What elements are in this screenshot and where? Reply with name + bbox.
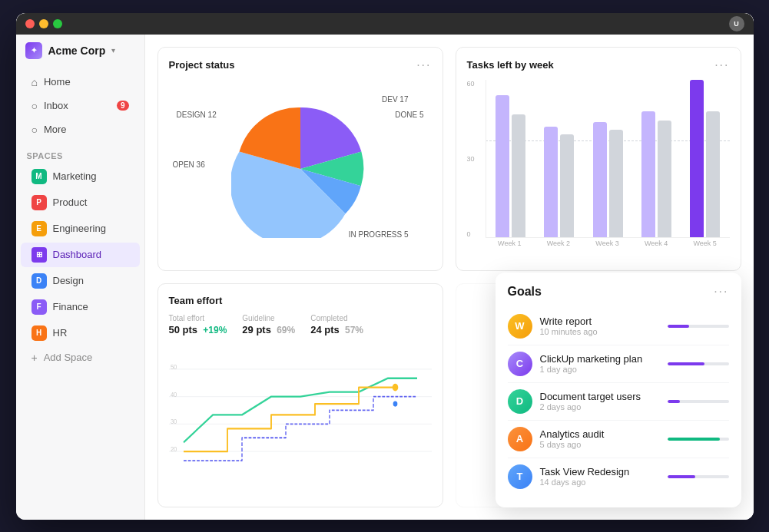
goal-progress-fill-1 [668, 362, 704, 365]
sidebar-item-hr[interactable]: H HR [21, 321, 140, 345]
goal-info-0: Write report 10 minutes ago [540, 316, 660, 336]
sidebar-item-more[interactable]: ○ More [21, 118, 140, 141]
bar-week4-gray [658, 121, 671, 237]
space-icon-engineering: E [31, 221, 47, 236]
maximize-button[interactable] [53, 19, 62, 28]
sidebar-item-marketing[interactable]: M Marketing [21, 164, 140, 189]
svg-text:30: 30 [170, 417, 177, 425]
sidebar-item-home-label: Home [44, 76, 71, 88]
goal-avatar-face-4: T [508, 464, 532, 489]
pie-label-open: OPEN 36 [173, 160, 205, 169]
stat-completed: Completed 24 pts 57% [310, 314, 363, 335]
sidebar-item-dashboard-label: Dashboard [53, 249, 102, 260]
sidebar-item-design[interactable]: D Design [21, 269, 140, 293]
goal-time-3: 5 days ago [540, 440, 660, 449]
bar-chart-container: 60 30 0 [467, 80, 730, 255]
add-space-label: Add Space [44, 352, 93, 363]
x-label-week4: Week 4 [631, 240, 681, 255]
close-button[interactable] [25, 19, 35, 28]
sidebar-item-dashboard[interactable]: ⊞ Dashboard [21, 243, 140, 267]
bar-week3-purple [593, 122, 607, 237]
goal-progress-0 [668, 325, 729, 328]
line-chart-svg: 50 40 30 20 [169, 342, 432, 470]
company-header[interactable]: ✦ Acme Corp ▾ [16, 35, 144, 67]
x-label-week3: Week 3 [583, 240, 632, 255]
y-axis-labels: 60 30 0 [467, 80, 475, 238]
bar-group-week5 [681, 80, 729, 237]
goal-avatar-2: D [508, 389, 532, 414]
space-icon-dashboard: ⊞ [31, 247, 47, 263]
stat-guideline: Guideline 29 pts 69% [242, 314, 295, 335]
goal-avatar-face-1: C [508, 352, 532, 376]
line-chart-container: 50 40 30 20 [169, 342, 432, 470]
goal-time-1: 1 day ago [540, 365, 660, 374]
goal-info-2: Document target users 2 days ago [540, 391, 660, 411]
goal-item-3: A Analytics audit 5 days ago [508, 421, 729, 458]
sidebar-item-finance-label: Finance [53, 301, 88, 312]
inbox-badge: 9 [117, 101, 129, 111]
sidebar-item-inbox[interactable]: ○ Inbox 9 [21, 94, 140, 117]
plus-icon: + [31, 352, 38, 364]
sidebar-nav: ⌂ Home ○ Inbox 9 ○ More [16, 67, 144, 145]
pie-label-done: DONE 5 [395, 111, 423, 119]
goals-header: Goals ··· [508, 285, 729, 299]
space-icon-design: D [31, 273, 47, 289]
tasks-left-header: Tasks left by week ··· [467, 58, 730, 72]
bar-week3-gray [609, 130, 623, 236]
svg-point-8 [392, 383, 398, 391]
stat-total-value: 50 pts +19% [169, 324, 227, 335]
tasks-left-more-button[interactable]: ··· [714, 58, 729, 72]
goal-progress-fill-0 [668, 325, 689, 328]
x-axis-labels: Week 1 Week 2 Week 3 Week 4 Week 5 [486, 240, 730, 255]
tasks-left-title: Tasks left by week [467, 59, 554, 71]
add-space-button[interactable]: + Add Space [21, 347, 140, 368]
goal-progress-fill-2 [668, 400, 680, 403]
bar-group-week3 [583, 80, 631, 237]
stat-total-label: Total effort [169, 314, 227, 322]
user-avatar[interactable]: U [729, 16, 744, 31]
chevron-down-icon: ▾ [111, 46, 115, 55]
team-effort-title: Team effort [169, 295, 223, 306]
tasks-left-card: Tasks left by week ··· 60 30 0 [456, 47, 741, 271]
pie-chart-container: DEV 17 DONE 5 IN PROGRESS 5 DESIGN 12 OP… [169, 80, 432, 258]
bar-week2-gray [560, 134, 574, 236]
svg-text:40: 40 [170, 389, 177, 398]
minimize-button[interactable] [39, 19, 48, 28]
x-label-week1: Week 1 [486, 240, 535, 255]
goal-item-4: T Task View Redesign 14 days ago [508, 458, 729, 495]
goal-name-2: Document target users [540, 391, 660, 402]
sidebar-item-product[interactable]: P Product [21, 190, 140, 215]
company-logo: ✦ [25, 42, 42, 59]
sidebar-item-home[interactable]: ⌂ Home [21, 71, 140, 94]
sidebar-item-more-label: More [44, 124, 67, 135]
team-effort-card: Team effort Total effort 50 pts +19% Gui… [157, 283, 443, 507]
x-label-week2: Week 2 [534, 240, 583, 255]
sidebar-item-finance[interactable]: F Finance [21, 295, 140, 319]
goal-time-4: 14 days ago [540, 477, 660, 487]
team-effort-header: Team effort [169, 295, 432, 306]
bar-chart-inner: 60 30 0 [467, 80, 730, 255]
goals-title: Goals [508, 285, 542, 299]
goal-progress-3 [668, 438, 729, 441]
project-status-title: Project status [169, 59, 235, 71]
sidebar-item-hr-label: HR [53, 327, 68, 339]
goal-avatar-face-2: D [508, 389, 532, 414]
bar-week1-gray [512, 114, 525, 237]
stat-completed-change: 57% [345, 325, 363, 335]
sidebar-item-engineering[interactable]: E Engineering [21, 216, 140, 241]
goal-item-2: D Document target users 2 days ago [508, 383, 729, 421]
goal-avatar-4: T [508, 464, 532, 489]
x-label-week5: Week 5 [681, 240, 730, 255]
project-status-more-button[interactable]: ··· [416, 58, 431, 72]
company-name: Acme Corp [48, 45, 106, 57]
stat-completed-label: Completed [310, 314, 363, 322]
bar-week5-purple [690, 80, 704, 237]
traffic-lights [25, 19, 62, 28]
svg-point-9 [393, 401, 397, 406]
goal-info-4: Task View Redesign 14 days ago [540, 466, 660, 487]
pie-label-dev: DEV 17 [382, 95, 408, 104]
y-label-30: 30 [467, 155, 475, 163]
stat-total-change: +19% [203, 325, 227, 335]
goals-more-button[interactable]: ··· [714, 285, 728, 299]
project-status-header: Project status ··· [169, 58, 432, 72]
